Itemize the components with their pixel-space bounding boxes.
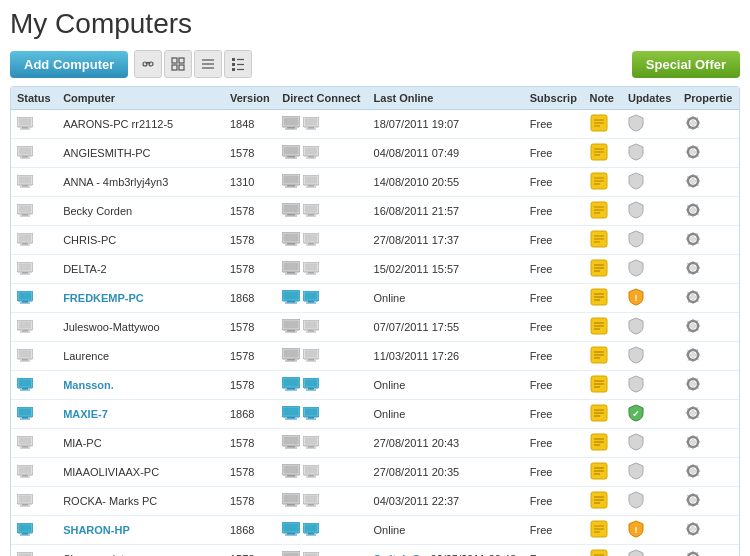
version-cell: 1578: [224, 458, 276, 487]
subscription-value: Free: [530, 205, 553, 217]
status-cell: [11, 342, 57, 371]
note-cell[interactable]: [584, 139, 622, 168]
note-icon[interactable]: [590, 441, 608, 453]
properties-cell[interactable]: [678, 313, 739, 342]
note-icon[interactable]: [590, 528, 608, 540]
dc-large-monitor[interactable]: [303, 523, 319, 538]
gear-icon[interactable]: [684, 209, 702, 221]
note-icon[interactable]: [590, 470, 608, 482]
gear-icon[interactable]: [684, 122, 702, 134]
gear-icon[interactable]: [684, 151, 702, 163]
gear-icon[interactable]: [684, 499, 702, 511]
properties-cell[interactable]: [678, 226, 739, 255]
header-status: Status: [11, 87, 57, 110]
gear-icon[interactable]: [684, 528, 702, 540]
properties-cell[interactable]: [678, 139, 739, 168]
note-icon[interactable]: [590, 499, 608, 511]
svg-rect-113: [20, 273, 30, 274]
svg-rect-117: [285, 274, 297, 275]
svg-rect-211: [284, 408, 299, 416]
properties-cell[interactable]: [678, 487, 739, 516]
properties-cell[interactable]: [678, 255, 739, 284]
gear-icon[interactable]: [684, 267, 702, 279]
properties-cell[interactable]: [678, 458, 739, 487]
note-cell[interactable]: [584, 429, 622, 458]
computer-name-label[interactable]: MAXIE-7: [63, 408, 108, 420]
note-icon[interactable]: [590, 354, 608, 366]
add-computer-button[interactable]: Add Computer: [10, 51, 128, 78]
dc-large-monitor: [303, 465, 319, 480]
properties-cell[interactable]: [678, 197, 739, 226]
version-cell: 1578: [224, 226, 276, 255]
gear-icon[interactable]: [684, 238, 702, 250]
properties-cell[interactable]: [678, 545, 739, 557]
shield-icon: ✓: [628, 412, 644, 424]
svg-rect-267: [20, 505, 30, 506]
gear-icon[interactable]: [684, 412, 702, 424]
gear-icon[interactable]: [684, 296, 702, 308]
svg-rect-208: [22, 417, 28, 419]
list-view-button[interactable]: [194, 50, 222, 78]
properties-cell[interactable]: [678, 371, 739, 400]
note-cell[interactable]: [584, 168, 622, 197]
properties-cell[interactable]: [678, 342, 739, 371]
note-cell[interactable]: [584, 110, 622, 139]
dc-small-monitor[interactable]: [282, 522, 300, 538]
gear-icon[interactable]: [684, 325, 702, 337]
note-cell[interactable]: [584, 400, 622, 429]
gear-icon[interactable]: [684, 383, 702, 395]
gear-icon[interactable]: [684, 470, 702, 482]
note-cell[interactable]: [584, 313, 622, 342]
properties-cell[interactable]: [678, 429, 739, 458]
properties-cell[interactable]: [678, 516, 739, 545]
note-cell[interactable]: [584, 284, 622, 313]
note-cell[interactable]: [584, 371, 622, 400]
note-icon[interactable]: [590, 296, 608, 308]
note-cell[interactable]: [584, 255, 622, 284]
grid-view-button[interactable]: [164, 50, 192, 78]
properties-cell[interactable]: [678, 110, 739, 139]
version-value: 1578: [230, 350, 254, 362]
note-icon[interactable]: [590, 412, 608, 424]
properties-cell[interactable]: [678, 400, 739, 429]
properties-cell[interactable]: [678, 284, 739, 313]
note-cell[interactable]: [584, 458, 622, 487]
direct-connect-cell: [276, 226, 367, 255]
note-icon[interactable]: [590, 122, 608, 134]
properties-cell[interactable]: [678, 168, 739, 197]
link-view-button[interactable]: [134, 50, 162, 78]
dc-large-monitor[interactable]: [303, 378, 319, 393]
note-icon[interactable]: [590, 267, 608, 279]
gear-icon[interactable]: [684, 441, 702, 453]
svg-rect-20: [284, 118, 299, 126]
special-offer-button[interactable]: Special Offer: [632, 51, 740, 78]
version-value: 1848: [230, 118, 254, 130]
note-icon[interactable]: [590, 151, 608, 163]
note-cell[interactable]: [584, 342, 622, 371]
note-icon[interactable]: [590, 325, 608, 337]
shield-icon: [628, 325, 644, 337]
dc-small-monitor[interactable]: [282, 290, 300, 306]
direct-connect-cell: [276, 110, 367, 139]
note-icon[interactable]: [590, 180, 608, 192]
dc-large-monitor[interactable]: [303, 291, 319, 306]
dc-large-monitor[interactable]: [303, 407, 319, 422]
gear-icon[interactable]: [684, 180, 702, 192]
detail-view-button[interactable]: [224, 50, 252, 78]
gear-icon[interactable]: [684, 354, 702, 366]
note-cell[interactable]: [584, 516, 622, 545]
dc-small-monitor[interactable]: [282, 406, 300, 422]
note-cell[interactable]: [584, 226, 622, 255]
note-cell[interactable]: [584, 487, 622, 516]
note-icon[interactable]: [590, 383, 608, 395]
computer-name-label[interactable]: Mansson.: [63, 379, 114, 391]
dc-small-monitor[interactable]: [282, 377, 300, 393]
computer-name-label[interactable]: SHARON-HP: [63, 524, 130, 536]
svg-rect-56: [20, 186, 30, 187]
updates-cell: [622, 545, 678, 557]
note-icon[interactable]: [590, 209, 608, 221]
computer-name-label[interactable]: FREDKEMP-PC: [63, 292, 144, 304]
note-cell[interactable]: [584, 197, 622, 226]
note-cell[interactable]: [584, 545, 622, 557]
note-icon[interactable]: [590, 238, 608, 250]
